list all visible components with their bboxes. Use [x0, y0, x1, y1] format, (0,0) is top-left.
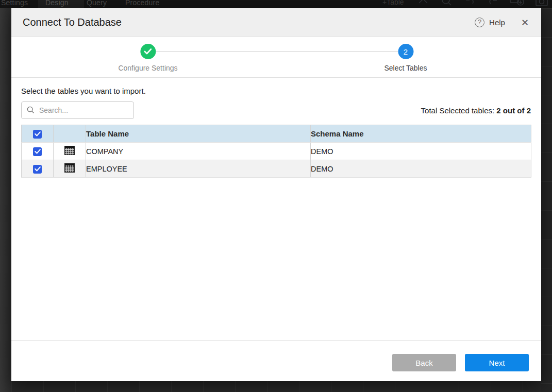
selected-tables-summary: Total Selected tables: 2 out of 2 — [421, 106, 531, 115]
tab-query[interactable]: Query — [87, 0, 107, 7]
step-configure-settings[interactable]: Configure Settings — [118, 44, 177, 72]
dialog-title: Connect To Database — [23, 16, 122, 28]
table-grid-icon — [64, 146, 75, 157]
dimmed-right-panel — [541, 8, 552, 392]
close-icon[interactable]: ✕ — [521, 18, 529, 27]
search-icon[interactable] — [440, 0, 453, 8]
row-checkbox[interactable] — [33, 147, 42, 156]
connect-to-database-dialog: Connect To Database ? Help ✕ Configure S… — [11, 8, 541, 381]
next-button[interactable]: Next — [465, 354, 529, 371]
dialog-footer: Back Next — [11, 340, 541, 381]
add-table-button[interactable]: +Table — [382, 0, 404, 6]
back-button[interactable]: Back — [392, 354, 456, 371]
collapse-icon[interactable] — [416, 0, 430, 8]
table-name-cell: COMPANY — [86, 143, 311, 160]
export-icon[interactable] — [509, 0, 525, 8]
schema-name-cell: DEMO — [311, 160, 531, 178]
stepper-connector — [156, 51, 398, 52]
step-complete-check-icon — [140, 44, 156, 59]
app-toolbar-icons — [416, 0, 549, 8]
column-header-schema-name: Schema Name — [311, 125, 531, 143]
row-checkbox[interactable] — [33, 165, 42, 174]
table-row[interactable]: EMPLOYEE DEMO — [22, 160, 531, 178]
redo-icon[interactable] — [486, 0, 499, 8]
step-label: Select Tables — [384, 64, 427, 72]
tab-design[interactable]: Design — [45, 0, 69, 7]
tab-settings[interactable]: Settings — [1, 0, 28, 7]
summary-count: 2 out of 2 — [496, 106, 531, 115]
step-select-tables[interactable]: 2 Select Tables — [384, 44, 427, 72]
step-label: Configure Settings — [118, 64, 177, 72]
dimmed-bottom-panel — [11, 381, 541, 392]
dimmed-left-panel — [0, 8, 11, 392]
help-label: Help — [489, 18, 505, 27]
tables-list: Table Name Schema Name — [21, 125, 531, 178]
column-header-table-name: Table Name — [86, 125, 311, 143]
instruction-text: Select the tables you want to import. — [21, 87, 531, 95]
dialog-header: Connect To Database ? Help ✕ — [11, 8, 541, 37]
select-all-checkbox[interactable] — [33, 130, 42, 139]
snapshot-icon[interactable] — [534, 0, 549, 8]
table-row[interactable]: COMPANY DEMO — [22, 143, 531, 160]
step-number: 2 — [398, 44, 413, 59]
tab-procedure[interactable]: Procedure — [125, 0, 159, 7]
table-name-cell: EMPLOYEE — [86, 160, 311, 178]
table-grid-icon — [64, 163, 75, 175]
search-input[interactable] — [21, 101, 134, 119]
search-field[interactable] — [21, 101, 134, 119]
summary-prefix: Total Selected tables: — [421, 106, 497, 115]
dialog-body: Select the tables you want to import. To… — [11, 78, 541, 178]
schema-name-cell: DEMO — [311, 143, 531, 160]
screen: Settings Design Query Procedure +Table C… — [0, 0, 552, 392]
help-button[interactable]: ? Help — [475, 18, 505, 27]
app-header: Settings Design Query Procedure +Table — [0, 0, 552, 8]
help-icon: ? — [475, 18, 484, 27]
undo-icon[interactable] — [463, 0, 476, 8]
icon-column-header — [54, 125, 86, 143]
wizard-stepper: Configure Settings 2 Select Tables — [11, 37, 541, 78]
table-header-row: Table Name Schema Name — [22, 125, 531, 143]
